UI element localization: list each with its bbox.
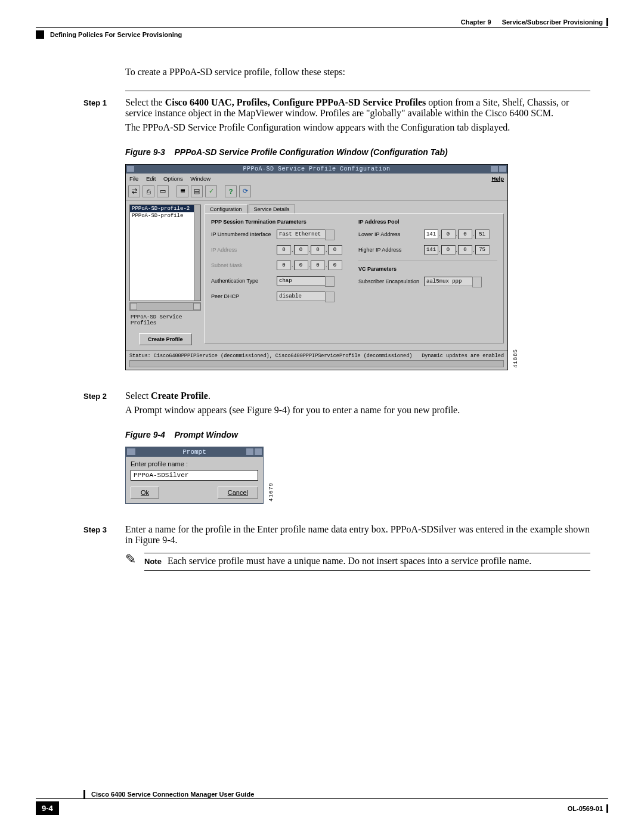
window-titlebar[interactable]: PPPoA-SD Service Profile Configuration (126, 165, 507, 174)
subnet-label: Subnet Mask (211, 262, 277, 268)
create-profile-button[interactable]: Create Profile (139, 333, 192, 345)
scrollbar-v[interactable] (194, 205, 200, 301)
peer-dhcp-select[interactable]: disable (277, 292, 327, 301)
minimize-icon[interactable] (246, 448, 253, 455)
note-pencil-icon: ✎ (125, 553, 136, 573)
sysmenu-icon[interactable] (127, 448, 135, 455)
section-marker-icon (36, 30, 44, 39)
lower-ip-label: Lower IP Address (358, 231, 424, 237)
figure-3-caption: Figure 9-3 PPPoA-SD Service Profile Conf… (125, 147, 590, 157)
toolbar-print-icon[interactable]: ⎙ (143, 185, 154, 197)
step3-label: Step 3 (83, 524, 125, 546)
minimize-icon[interactable] (491, 166, 498, 172)
scrollbar-h[interactable] (129, 302, 201, 311)
lower-ip-field[interactable]: 141. 0. 0. 51 (424, 230, 490, 239)
peer-dhcp-label: Peer DHCP (211, 293, 277, 299)
prompt-titlebar[interactable]: Prompt (126, 447, 263, 457)
toolbar: ⇄ ⎙ ▭ ≣ ▤ ✓ ? ⟳ (126, 184, 507, 201)
figure-4-id: 41679 (268, 482, 274, 501)
encap-label: Subscriber Encapsulation (358, 278, 424, 284)
encap-select[interactable]: aal5mux ppp (424, 277, 474, 286)
step2-line2: A Prompt window appears (see Figure 9-4)… (125, 405, 590, 416)
subnet-field[interactable]: 0. 0. 0. 0 (277, 261, 342, 270)
ipaddress-label: IP Address (211, 247, 277, 253)
page-footer: Cisco 6400 Service Connection Manager Us… (36, 790, 608, 815)
toolbar-check-icon[interactable]: ✓ (205, 185, 217, 197)
cancel-button[interactable]: Cancel (218, 487, 258, 498)
footer-guide-title: Cisco 6400 Service Connection Manager Us… (91, 791, 254, 798)
ok-button[interactable]: Ok (131, 487, 159, 498)
status-scrollbar[interactable] (129, 360, 504, 367)
maximize-icon[interactable] (499, 166, 506, 172)
vc-group-title: VC Parameters (358, 266, 497, 272)
running-header: Chapter 9 Service/Subscriber Provisionin… (36, 18, 608, 26)
step1-line2: The PPPoA-SD Service Profile Configurati… (125, 122, 590, 133)
list-item[interactable]: PPPoA-SD-profile (130, 212, 200, 219)
footer-bar-icon (83, 790, 85, 798)
menu-options[interactable]: Options (163, 175, 183, 182)
footer-bar-icon (606, 804, 608, 813)
pool-group-title: IP Address Pool (358, 219, 497, 225)
note-text: NoteEach service profile must have a uni… (144, 556, 590, 566)
header-bar-icon (606, 18, 608, 26)
prompt-label: Enter profile name : (131, 460, 258, 467)
maximize-icon[interactable] (255, 448, 262, 455)
list-item[interactable]: PPPoA-SD-profile-2 (130, 205, 200, 212)
menu-file[interactable]: File (129, 175, 138, 182)
ipaddress-field[interactable]: 0. 0. 0. 0 (277, 245, 342, 255)
figure-3-id: 41885 (513, 349, 519, 368)
doc-id: OL-0569-01 (568, 805, 603, 812)
toolbar-copy-icon[interactable]: ▤ (191, 185, 203, 197)
ppp-group-title: PPP Session Termination Parameters (211, 219, 350, 225)
config-window: PPPoA-SD Service Profile Configuration F… (125, 164, 508, 370)
unnumbered-label: IP Unnumbered Interface (211, 231, 277, 237)
page-number-badge: 9-4 (36, 801, 59, 815)
auth-label: Authentication Type (211, 278, 277, 284)
step1-label: Step 1 (83, 97, 125, 119)
toolbar-list-icon[interactable]: ≣ (177, 185, 188, 197)
toolbar-tree-icon[interactable]: ⇄ (128, 185, 140, 197)
step2-text: Select Create Profile. (125, 391, 590, 401)
figure-4-caption: Figure 9-4 Prompt Window (125, 430, 590, 439)
profile-name-input[interactable]: PPPoA-SDSilver (131, 470, 258, 481)
chapter-num: Chapter 9 (461, 18, 491, 26)
status-right: Dynamic updates are enabled (422, 353, 504, 359)
menu-window[interactable]: Window (190, 175, 210, 182)
menu-help[interactable]: Help (491, 175, 504, 182)
step1-text: Select the Cisco 6400 UAC, Profiles, Con… (125, 97, 590, 119)
sysmenu-icon[interactable] (127, 166, 134, 172)
unnumbered-select[interactable]: Fast Ethernet (277, 230, 327, 239)
higher-ip-label: Higher IP Address (358, 247, 424, 253)
section-title: Defining Policies For Service Provisioni… (50, 31, 182, 38)
toolbar-open-icon[interactable]: ▭ (157, 185, 169, 197)
profile-listbox[interactable]: PPPoA-SD-profile-2 PPPoA-SD-profile (129, 205, 201, 301)
step3-text: Enter a name for the profile in the Ente… (125, 524, 590, 546)
status-left: Status: Cisco6400PPPIPService (decommiss… (129, 353, 412, 359)
higher-ip-field[interactable]: 141. 0. 0. 75 (424, 245, 490, 255)
step2-label: Step 2 (83, 391, 125, 401)
menu-edit[interactable]: Edit (146, 175, 156, 182)
chapter-title: Service/Subscriber Provisioning (502, 18, 603, 26)
intro-text: To create a PPPoA-SD service profile, fo… (125, 66, 590, 79)
prompt-window: Prompt Enter profile name : PPPoA-SDSilv… (125, 447, 264, 504)
menubar: File Edit Options Window Help (126, 174, 507, 184)
toolbar-help-icon[interactable]: ? (225, 185, 237, 197)
status-bar: Status: Cisco6400PPPIPService (decommiss… (126, 350, 507, 360)
tab-service-details[interactable]: Service Details (249, 205, 295, 213)
auth-select[interactable]: chap (277, 276, 327, 286)
tab-configuration[interactable]: Configuration (205, 205, 247, 213)
profile-list-label: PPPoA-SD Service Profiles (131, 314, 201, 326)
toolbar-refresh-icon[interactable]: ⟳ (239, 185, 251, 197)
